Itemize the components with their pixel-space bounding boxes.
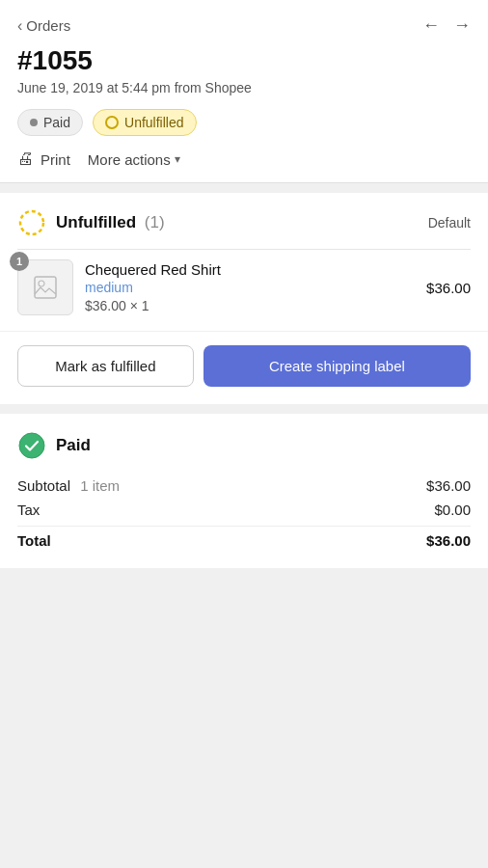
svg-point-2	[39, 281, 44, 286]
unfulfilled-header: Unfulfilled (1) Default	[0, 193, 488, 249]
create-shipping-label-button[interactable]: Create shipping label	[203, 345, 471, 387]
location-label: Default	[428, 215, 471, 231]
more-actions-button[interactable]: More actions ▾	[88, 151, 180, 168]
unfulfilled-badge-label: Unfulfilled	[124, 115, 183, 130]
product-price-qty: $36.00 × 1	[85, 298, 415, 313]
svg-rect-1	[35, 277, 56, 298]
paid-header: Paid	[17, 431, 471, 460]
back-button[interactable]: ‹ Orders	[17, 17, 70, 35]
print-label: Print	[41, 151, 70, 168]
subtotal-row: Subtotal 1 item $36.00	[17, 477, 471, 494]
chevron-down-icon: ▾	[175, 152, 180, 166]
print-button[interactable]: 🖨 Print	[17, 149, 70, 169]
chevron-left-icon: ‹	[17, 17, 22, 35]
product-quantity-badge: 1	[10, 252, 29, 271]
subtotal-label: Subtotal	[17, 477, 70, 494]
action-buttons-row: Mark as fulfilled Create shipping label	[0, 331, 488, 404]
unfulfilled-title: Unfulfilled (1)	[56, 213, 165, 232]
printer-icon: 🖨	[17, 149, 34, 169]
paid-card: Paid Subtotal 1 item $36.00 Tax $0.00 To…	[0, 414, 488, 568]
badges-row: Paid Unfulfilled	[17, 109, 471, 136]
prev-order-button[interactable]: ←	[422, 15, 440, 36]
back-label: Orders	[26, 17, 70, 34]
total-value: $36.00	[426, 532, 471, 549]
tax-value: $0.00	[434, 502, 471, 518]
total-label: Total	[17, 532, 51, 549]
mark-fulfilled-button[interactable]: Mark as fulfilled	[17, 345, 194, 387]
total-row: Total $36.00	[17, 526, 471, 549]
product-info: Chequered Red Shirt medium $36.00 × 1	[85, 261, 415, 313]
paid-dot-icon	[30, 119, 38, 126]
product-placeholder-icon	[33, 275, 58, 300]
paid-badge-label: Paid	[43, 115, 70, 130]
tax-row: Tax $0.00	[17, 502, 471, 518]
nav-row: ‹ Orders ← →	[17, 15, 471, 36]
product-image-wrap: 1	[17, 259, 73, 315]
unfulfilled-title-row: Unfulfilled (1)	[17, 208, 165, 237]
more-actions-label: More actions	[88, 151, 171, 168]
next-order-button[interactable]: →	[453, 15, 471, 36]
tax-label: Tax	[17, 502, 40, 518]
subtotal-value: $36.00	[426, 477, 471, 494]
unfulfilled-badge[interactable]: Unfulfilled	[93, 109, 196, 136]
nav-arrows: ← →	[422, 15, 471, 36]
subtotal-label-wrap: Subtotal 1 item	[17, 477, 120, 494]
subtotal-items: 1 item	[80, 477, 120, 494]
product-row: 1 Chequered Red Shirt medium $36.00 × 1 …	[0, 250, 488, 331]
paid-title: Paid	[56, 436, 91, 455]
svg-point-0	[20, 211, 43, 234]
order-date: June 19, 2019 at 5:44 pm from Shopee	[17, 80, 471, 95]
unfulfilled-circle-icon	[105, 116, 119, 129]
product-variant: medium	[85, 280, 415, 295]
unfulfilled-count: (1)	[145, 213, 165, 231]
action-row: 🖨 Print More actions ▾	[17, 149, 471, 169]
paid-badge[interactable]: Paid	[17, 109, 83, 136]
unfulfilled-card: Unfulfilled (1) Default 1 Chequered Red …	[0, 193, 488, 404]
order-number: #1055	[17, 45, 471, 76]
header-section: ‹ Orders ← → #1055 June 19, 2019 at 5:44…	[0, 0, 488, 183]
product-name: Chequered Red Shirt	[85, 261, 415, 278]
paid-status-icon	[17, 431, 46, 460]
product-total-price: $36.00	[426, 280, 471, 296]
unfulfilled-status-icon	[17, 208, 46, 237]
